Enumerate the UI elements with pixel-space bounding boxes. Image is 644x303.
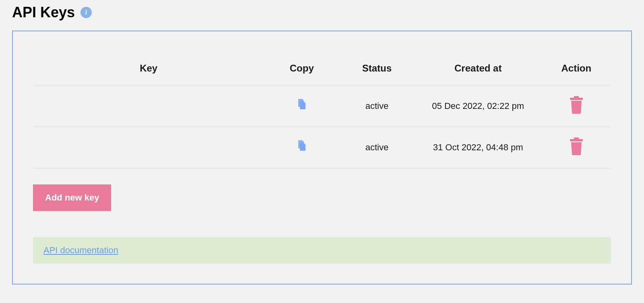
col-header-action: Action [542, 51, 611, 86]
cell-action [542, 86, 611, 127]
cell-status: active [339, 86, 415, 127]
col-header-created: Created at [415, 51, 542, 86]
copy-button[interactable] [297, 99, 307, 111]
col-header-status: Status [339, 51, 415, 86]
page-title: API Keys [12, 4, 75, 21]
cell-status: active [339, 127, 415, 168]
cell-copy [264, 127, 339, 168]
cell-action [542, 127, 611, 168]
table-row: active 05 Dec 2022, 02:22 pm [33, 86, 611, 127]
trash-icon [568, 96, 584, 114]
copy-icon [297, 99, 307, 111]
page-header: API Keys i [12, 0, 632, 31]
cell-key [33, 86, 264, 127]
col-header-key: Key [33, 51, 264, 86]
info-icon[interactable]: i [80, 7, 92, 18]
add-new-key-button[interactable]: Add new key [33, 184, 111, 211]
api-keys-panel: Key Copy Status Created at Action [12, 31, 632, 285]
api-docs-banner: API documentation [33, 237, 611, 264]
delete-button[interactable] [568, 137, 584, 155]
delete-button[interactable] [568, 96, 584, 114]
svg-rect-1 [574, 96, 579, 98]
cell-created: 31 Oct 2022, 04:48 pm [415, 127, 542, 168]
copy-button[interactable] [297, 140, 307, 152]
trash-icon [568, 137, 584, 155]
api-keys-table: Key Copy Status Created at Action [33, 51, 611, 168]
copy-icon [297, 140, 307, 152]
api-documentation-link[interactable]: API documentation [43, 245, 118, 255]
table-row: active 31 Oct 2022, 04:48 pm [33, 127, 611, 168]
svg-rect-3 [574, 137, 579, 139]
cell-created: 05 Dec 2022, 02:22 pm [415, 86, 542, 127]
cell-key [33, 127, 264, 168]
col-header-copy: Copy [264, 51, 339, 86]
cell-copy [264, 86, 339, 127]
